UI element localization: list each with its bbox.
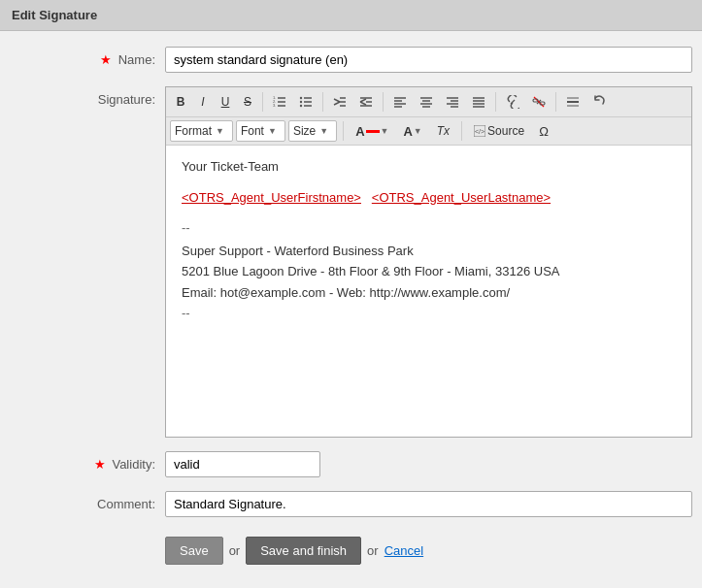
ordered-list-button[interactable]: 1.2.3. [267, 91, 292, 113]
bold-button[interactable]: B [170, 91, 191, 113]
svg-point-10 [300, 101, 302, 103]
omega-button[interactable]: Ω [533, 120, 554, 142]
bg-color-button[interactable]: A ▼ [397, 120, 427, 142]
sep7 [461, 121, 462, 141]
svg-line-17 [360, 99, 366, 102]
form-container: ★ Name: Signature: B I U S 1.2.3. [0, 31, 702, 586]
italic-button[interactable]: I [192, 91, 214, 113]
editor-agent-vars: <OTRS_Agent_UserFirstname> <OTRS_Agent_U… [182, 188, 676, 208]
source-button[interactable]: </> Source [468, 120, 530, 142]
size-dropdown[interactable]: Size ▼ [288, 120, 337, 142]
font-color-button[interactable]: A ▼ [350, 120, 394, 142]
size-dropdown-arrow: ▼ [319, 126, 328, 136]
align-justify-button[interactable] [466, 91, 491, 113]
link-button[interactable] [500, 91, 525, 113]
source-icon: </> [474, 125, 485, 137]
name-label: ★ Name: [10, 47, 165, 67]
editor-address: 5201 Blue Lagoon Drive - 8th Floor & 9th… [182, 262, 676, 281]
editor-contact: Email: hot@example.com - Web: http://www… [182, 283, 676, 303]
indent-more-button[interactable] [353, 91, 379, 113]
align-left-button[interactable] [387, 91, 413, 113]
svg-line-12 [334, 99, 340, 102]
actions-row: Save or Save and finish or Cancel [0, 531, 702, 571]
validity-input[interactable] [165, 451, 320, 477]
font-color-arrow: ▼ [381, 126, 389, 136]
editor-company: Super Support - Waterford Business Park [182, 242, 676, 261]
editor-sep2: -- [182, 304, 676, 323]
indent-more-icon [359, 95, 373, 109]
unlink-icon [532, 95, 546, 109]
svg-point-9 [300, 97, 302, 99]
toolbar-row1: B I U S 1.2.3. [166, 87, 691, 117]
undo-button[interactable] [586, 91, 612, 113]
align-center-icon [419, 95, 433, 109]
validity-required-star: ★ [94, 457, 106, 472]
sep6 [343, 121, 344, 141]
hr-button[interactable] [560, 91, 585, 113]
validity-row: ★ Validity: [0, 451, 702, 477]
sep2 [322, 92, 323, 112]
strikethrough-button[interactable]: S [237, 91, 258, 113]
indent-less-icon [333, 95, 347, 109]
hr-icon [566, 95, 580, 109]
ordered-list-icon: 1.2.3. [273, 95, 286, 109]
unordered-list-icon [299, 95, 313, 109]
unordered-list-button[interactable] [293, 91, 318, 113]
editor-sep1: -- [182, 218, 676, 238]
save-button[interactable]: Save [165, 537, 223, 565]
svg-point-11 [300, 105, 302, 107]
editor-content[interactable]: Your Ticket-Team <OTRS_Agent_UserFirstna… [166, 146, 691, 437]
name-field-container [165, 47, 692, 73]
align-left-icon [393, 95, 407, 109]
bg-color-arrow: ▼ [414, 126, 422, 136]
page-title: Edit Signature [0, 0, 702, 31]
svg-line-13 [334, 102, 340, 105]
editor-wrapper: B I U S 1.2.3. [165, 86, 692, 438]
comment-input[interactable] [165, 491, 692, 517]
page-container: Edit Signature ★ Name: Signature: B I U … [0, 0, 702, 588]
agent-firstname-var: <OTRS_Agent_UserFirstname> [182, 190, 361, 205]
save-finish-button[interactable]: Save and finish [246, 537, 361, 565]
font-dropdown[interactable]: Font ▼ [236, 120, 285, 142]
toolbar-row2: Format ▼ Font ▼ Size ▼ A ▼ [166, 117, 691, 146]
comment-field-container [165, 491, 692, 517]
font-color-indicator [366, 130, 380, 133]
clear-format-button[interactable]: Tx [431, 120, 455, 142]
format-dropdown-arrow: ▼ [216, 126, 224, 136]
font-dropdown-arrow: ▼ [268, 126, 277, 136]
format-dropdown[interactable]: Format ▼ [170, 120, 233, 142]
or-text-2: or [367, 543, 379, 558]
name-input[interactable] [165, 47, 692, 73]
undo-icon [592, 95, 606, 109]
align-justify-icon [472, 95, 485, 109]
signature-label: Signature: [10, 86, 165, 107]
cancel-button[interactable]: Cancel [384, 543, 423, 558]
sep5 [555, 92, 556, 112]
or-text-1: or [229, 543, 241, 558]
align-right-button[interactable] [440, 91, 465, 113]
required-star: ★ [100, 52, 112, 67]
agent-lastname-var: <OTRS_Agent_UserLastname> [372, 190, 551, 205]
name-row: ★ Name: [0, 47, 702, 73]
indent-less-button[interactable] [327, 91, 352, 113]
sep3 [383, 92, 384, 112]
sep4 [495, 92, 496, 112]
sep1 [262, 92, 263, 112]
validity-label: ★ Validity: [10, 457, 165, 472]
underline-button[interactable]: U [215, 91, 236, 113]
comment-label: Comment: [10, 491, 165, 511]
align-right-icon [446, 95, 459, 109]
comment-row: Comment: [0, 491, 702, 517]
signature-row: Signature: B I U S 1.2.3. [0, 86, 702, 438]
editor-greeting: Your Ticket-Team [182, 157, 676, 177]
svg-text:</>: </> [475, 128, 485, 135]
link-icon [506, 95, 519, 109]
validity-field-container [165, 451, 692, 477]
unlink-button[interactable] [526, 91, 552, 113]
svg-text:3.: 3. [273, 103, 276, 108]
svg-line-18 [360, 102, 366, 105]
align-center-button[interactable] [414, 91, 439, 113]
